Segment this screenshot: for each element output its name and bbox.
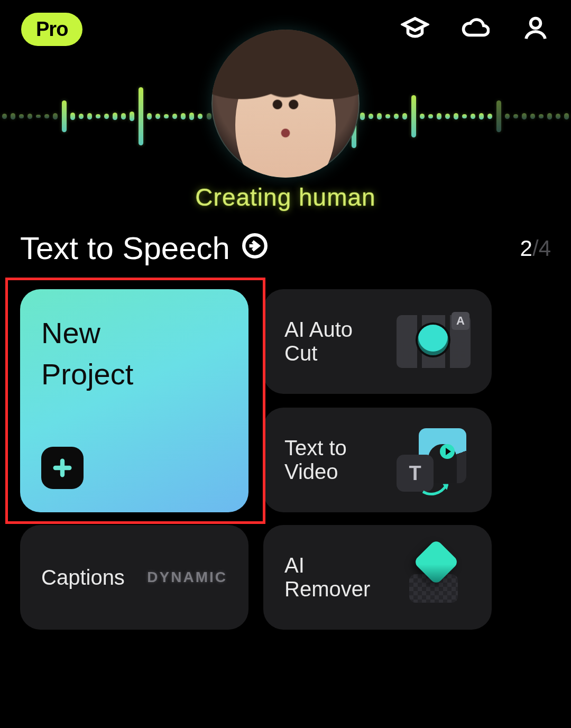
pro-badge-label: Pro	[36, 18, 68, 40]
play-icon	[440, 444, 455, 459]
plus-icon	[41, 447, 84, 489]
cloud-icon[interactable]	[461, 14, 490, 44]
ai-auto-cut-label: AI Auto Cut	[284, 318, 386, 365]
section-title[interactable]: Text to Speech	[20, 230, 268, 266]
new-project-line2: Project	[41, 357, 133, 391]
captions-label: Captions	[41, 566, 125, 589]
pager: 2/4	[520, 236, 551, 261]
ai-remover-card[interactable]: AI Remover	[263, 525, 492, 630]
profile-icon[interactable]	[521, 14, 550, 44]
hero-caption: Creating human	[195, 183, 375, 211]
letter-a-icon: A	[452, 312, 469, 330]
section-title-text: Text to Speech	[20, 230, 230, 266]
arrow-right-circle-icon	[242, 230, 268, 266]
captions-card[interactable]: Captions DYNAMIC	[20, 525, 248, 630]
new-project-line1: New	[41, 316, 100, 349]
svg-point-0	[531, 19, 541, 29]
pager-sep: /	[532, 236, 539, 261]
new-project-label: New Project	[41, 312, 227, 395]
text-to-video-thumb: T	[397, 428, 471, 492]
ai-remover-thumb	[397, 546, 471, 609]
new-project-card[interactable]: New Project	[20, 289, 248, 512]
ai-remover-label: AI Remover	[284, 554, 386, 601]
feature-grid: New Project AI Auto Cut A Text to Video …	[5, 278, 566, 728]
pager-total: 4	[539, 236, 551, 261]
pager-current: 2	[520, 236, 532, 261]
captions-thumb-text: DYNAMIC	[147, 569, 227, 586]
text-to-video-card[interactable]: Text to Video T	[263, 408, 492, 512]
pro-badge[interactable]: Pro	[21, 13, 82, 46]
section-header: Text to Speech 2/4	[20, 230, 551, 266]
ai-auto-cut-card[interactable]: AI Auto Cut A	[263, 289, 492, 394]
arrow-swoosh-icon	[422, 477, 448, 493]
header: Pro	[0, 0, 571, 58]
header-icons	[401, 14, 550, 44]
text-to-video-label: Text to Video	[284, 436, 386, 484]
learn-icon[interactable]	[401, 14, 429, 44]
ai-auto-cut-thumb: A	[397, 310, 471, 373]
